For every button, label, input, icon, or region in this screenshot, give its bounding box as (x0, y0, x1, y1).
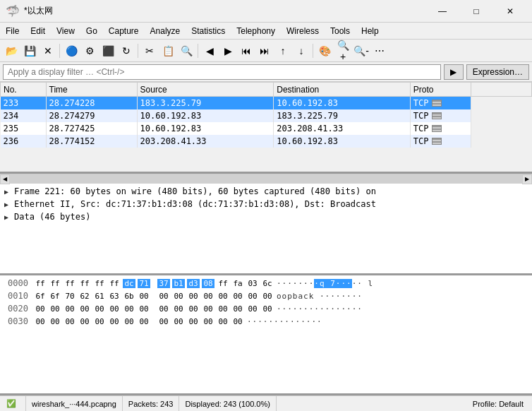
last-packet-button[interactable]: ⏭ (256, 42, 273, 59)
menu-item-go[interactable]: Go (80, 23, 103, 39)
save-button[interactable]: 💾 (21, 42, 38, 59)
menu-item-capture[interactable]: Capture (103, 23, 145, 39)
hex-byte[interactable]: ff (34, 279, 47, 288)
hex-byte[interactable]: 00 (172, 292, 185, 301)
hex-byte[interactable]: 6f (49, 292, 61, 301)
hex-byte[interactable]: ff (217, 279, 229, 288)
hex-byte[interactable]: 00 (138, 304, 150, 314)
menu-item-tools[interactable]: Tools (325, 23, 356, 39)
hex-byte[interactable]: 70 (64, 292, 76, 301)
hex-byte[interactable]: 00 (138, 317, 150, 326)
hex-byte[interactable]: d3 (187, 279, 200, 288)
menu-item-edit[interactable]: Edit (25, 23, 51, 39)
hex-byte[interactable]: 00 (108, 317, 121, 326)
jump-button[interactable]: ↑ (274, 42, 291, 59)
hex-byte[interactable]: 00 (246, 292, 259, 301)
hex-byte[interactable]: 00 (157, 292, 170, 301)
hex-byte[interactable]: 00 (93, 317, 106, 326)
hex-byte[interactable]: 00 (187, 304, 200, 314)
prev-packet-button[interactable]: ◀ (201, 42, 218, 59)
hex-byte[interactable]: 03 (246, 279, 259, 288)
menu-item-analyze[interactable]: Analyze (145, 23, 186, 39)
hex-byte[interactable]: 00 (231, 292, 244, 301)
minimize-button[interactable]: — (426, 1, 459, 21)
hex-byte[interactable]: 00 (34, 304, 47, 314)
menu-item-statistics[interactable]: Statistics (186, 23, 231, 39)
hex-byte[interactable]: 00 (231, 304, 244, 314)
next-packet-button[interactable]: ▶ (219, 42, 236, 59)
hex-byte[interactable]: 00 (231, 317, 244, 326)
hex-byte[interactable]: ff (64, 279, 76, 288)
menu-item-help[interactable]: Help (356, 23, 385, 39)
hex-byte[interactable]: ff (93, 279, 106, 288)
hex-byte[interactable]: 00 (93, 304, 106, 314)
hex-byte[interactable]: 61 (93, 292, 106, 301)
hex-byte[interactable]: fa (231, 279, 244, 288)
hex-byte[interactable]: 00 (217, 292, 229, 301)
col-header-time[interactable]: Time (46, 83, 137, 97)
copy-button[interactable]: 📋 (159, 42, 176, 59)
hex-byte[interactable]: 00 (217, 304, 229, 314)
hex-byte[interactable]: 00 (123, 317, 135, 326)
close-button[interactable]: ✕ (494, 1, 526, 21)
maximize-button[interactable]: □ (460, 1, 492, 21)
hex-byte[interactable]: 00 (157, 317, 170, 326)
hex-byte[interactable]: 08 (202, 279, 214, 288)
hex-byte[interactable]: ff (108, 279, 121, 288)
hex-byte[interactable]: ff (78, 279, 91, 288)
close-file-button[interactable]: ✕ (40, 42, 56, 59)
hex-byte[interactable]: dc (123, 279, 135, 288)
col-header-source[interactable]: Source (137, 83, 274, 97)
col-header-proto[interactable]: Proto (410, 83, 471, 97)
hex-byte[interactable]: 00 (108, 304, 121, 314)
zoom-in-button[interactable]: 🔍+ (334, 42, 351, 59)
hex-byte[interactable]: 6c (261, 279, 274, 288)
hex-byte[interactable]: 00 (202, 292, 214, 301)
menu-item-wireless[interactable]: Wireless (281, 23, 325, 39)
detail-row[interactable]: ▶Ethernet II, Src: dc:71:37:b1:d3:08 (dc… (0, 198, 532, 210)
options-button[interactable]: ⚙ (81, 42, 98, 59)
hex-byte[interactable]: 00 (172, 304, 185, 314)
hex-byte[interactable]: 00 (187, 292, 200, 301)
hex-byte[interactable]: 00 (49, 317, 61, 326)
packet-list-hscroll[interactable]: ◀ ▶ (0, 174, 532, 184)
menu-item-view[interactable]: View (51, 23, 80, 39)
hex-byte[interactable]: 00 (123, 304, 135, 314)
first-packet-button[interactable]: ⏮ (238, 42, 255, 59)
stop-button[interactable]: ⬛ (99, 42, 116, 59)
filter-input[interactable] (3, 64, 441, 80)
filter-apply-button[interactable]: ▶ (444, 64, 464, 80)
hex-byte[interactable]: 00 (64, 304, 76, 314)
table-row[interactable]: 23628.774152203.208.41.3310.60.192.83TCP (1, 135, 532, 148)
find-button[interactable]: 🔍 (178, 42, 195, 59)
hex-byte[interactable]: 00 (157, 304, 170, 314)
table-row[interactable]: 23428.27427910.60.192.83183.3.225.79TCP (1, 109, 532, 122)
zoom-out-button[interactable]: 🔍- (353, 42, 370, 59)
colorize-button[interactable]: 🎨 (316, 42, 333, 59)
restart-button[interactable]: ↻ (118, 42, 135, 59)
hex-byte[interactable]: 6b (123, 292, 135, 301)
hex-byte[interactable]: 00 (217, 317, 229, 326)
scroll-right-button[interactable]: ▶ (522, 174, 532, 184)
hex-byte[interactable]: 71 (138, 279, 150, 288)
timeline-button[interactable]: ↓ (293, 42, 310, 59)
table-row[interactable]: 23528.72742510.60.192.83203.208.41.33TCP (1, 122, 532, 135)
hex-byte[interactable]: 00 (261, 292, 274, 301)
hex-byte[interactable]: 00 (64, 317, 76, 326)
open-button[interactable]: 📂 (3, 42, 20, 59)
hex-byte[interactable]: 00 (138, 292, 150, 301)
hscroll-track[interactable] (10, 174, 522, 184)
hex-byte[interactable]: 00 (261, 304, 274, 314)
more-button[interactable]: ⋯ (371, 42, 388, 59)
hex-byte[interactable]: 00 (202, 317, 214, 326)
menu-item-file[interactable]: File (0, 23, 25, 39)
hex-byte[interactable]: 00 (202, 304, 214, 314)
hex-byte[interactable]: 62 (78, 292, 91, 301)
col-header-no[interactable]: No. (1, 83, 47, 97)
filter-button[interactable]: ✂ (141, 42, 158, 59)
table-row[interactable]: 23328.274228183.3.225.7910.60.192.83TCP (1, 97, 532, 109)
hex-byte[interactable]: 6f (34, 292, 47, 301)
hex-byte[interactable]: 00 (78, 304, 91, 314)
hex-byte[interactable]: b1 (172, 279, 185, 288)
hex-byte[interactable]: 00 (246, 304, 259, 314)
